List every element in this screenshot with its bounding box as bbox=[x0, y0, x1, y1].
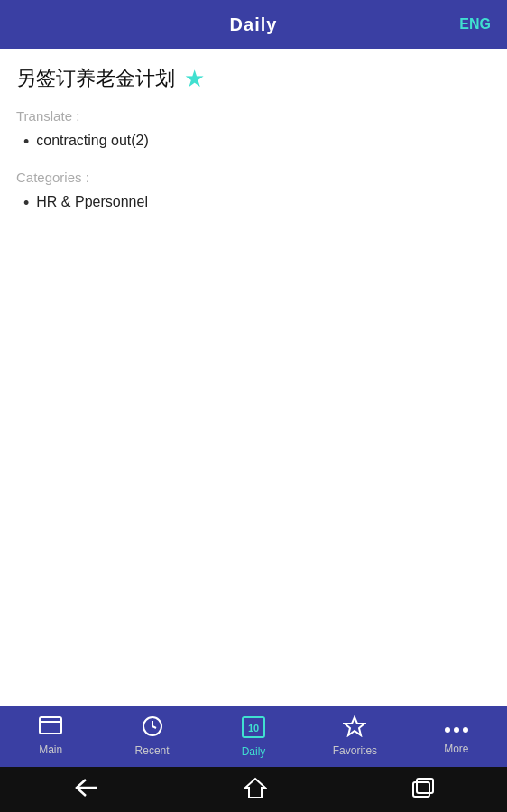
nav-item-daily[interactable]: 10 Daily bbox=[203, 715, 304, 758]
home-button[interactable] bbox=[244, 777, 267, 803]
svg-point-8 bbox=[445, 727, 450, 733]
favorite-star-icon[interactable]: ★ bbox=[184, 67, 205, 90]
translate-section: Translate : • contracting out(2) bbox=[16, 108, 491, 153]
header: Daily ENG bbox=[0, 0, 507, 49]
recent-label: Recent bbox=[135, 744, 170, 757]
svg-point-10 bbox=[463, 727, 468, 733]
category-text: HR & Ppersonnel bbox=[36, 192, 148, 212]
daily-label: Daily bbox=[242, 745, 266, 758]
svg-marker-12 bbox=[245, 779, 265, 798]
android-nav bbox=[0, 767, 507, 812]
nav-item-main[interactable]: Main bbox=[0, 716, 101, 756]
term-chinese: 另签订养老金计划 bbox=[16, 65, 175, 92]
nav-item-favorites[interactable]: Favorites bbox=[304, 715, 405, 757]
svg-rect-13 bbox=[413, 782, 429, 797]
daily-icon: 10 bbox=[242, 715, 265, 742]
svg-point-9 bbox=[454, 727, 459, 733]
bullet-dot-2: • bbox=[23, 192, 29, 215]
nav-item-more[interactable]: More bbox=[406, 717, 507, 755]
bottom-nav: Main Recent 10 Daily Favorites bbox=[0, 706, 507, 767]
category-item: • HR & Ppersonnel bbox=[23, 192, 491, 215]
svg-marker-7 bbox=[345, 717, 364, 735]
more-label: More bbox=[444, 743, 468, 755]
svg-text:10: 10 bbox=[248, 723, 259, 734]
main-label: Main bbox=[39, 743, 62, 756]
back-button[interactable] bbox=[73, 778, 98, 802]
favorites-label: Favorites bbox=[333, 744, 377, 757]
translate-label: Translate : bbox=[16, 108, 491, 124]
bullet-dot: • bbox=[23, 131, 29, 153]
main-icon bbox=[39, 716, 62, 740]
categories-section: Categories : • HR & Ppersonnel bbox=[16, 170, 491, 215]
recents-button[interactable] bbox=[412, 778, 434, 802]
categories-label: Categories : bbox=[16, 170, 491, 185]
translation-item: • contracting out(2) bbox=[23, 131, 491, 153]
favorites-icon bbox=[343, 715, 366, 741]
main-content: 另签订养老金计划 ★ Translate : • contracting out… bbox=[0, 49, 507, 706]
more-icon bbox=[444, 717, 469, 739]
header-title: Daily bbox=[230, 14, 278, 35]
svg-line-4 bbox=[152, 726, 156, 728]
term-row: 另签订养老金计划 ★ bbox=[16, 65, 491, 92]
translation-text: contracting out(2) bbox=[36, 131, 149, 151]
svg-rect-0 bbox=[40, 717, 61, 734]
nav-item-recent[interactable]: Recent bbox=[101, 715, 202, 757]
language-toggle[interactable]: ENG bbox=[459, 16, 491, 32]
svg-rect-14 bbox=[417, 779, 433, 793]
recent-icon bbox=[142, 715, 163, 741]
